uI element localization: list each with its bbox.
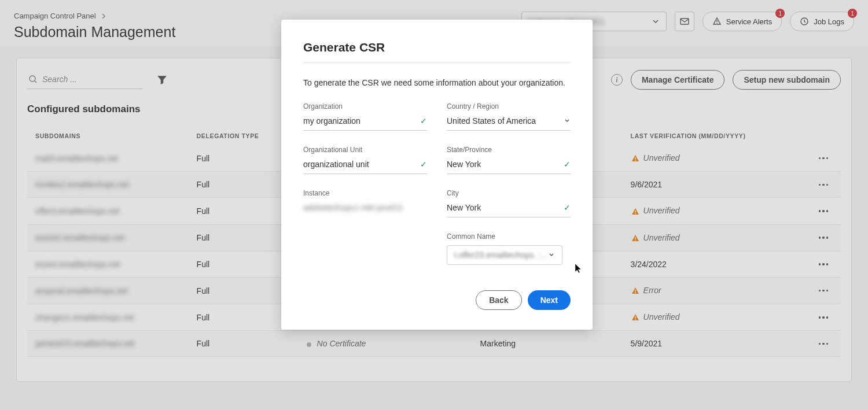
- check-icon: ✓: [564, 203, 571, 212]
- organization-label: Organization: [303, 102, 427, 110]
- common-name-field[interactable]: Common Name t.offer23.emailtechops. :...: [447, 232, 571, 265]
- organizational-unit-field[interactable]: Organizational Unit organizational unit✓: [303, 146, 427, 174]
- cursor-icon: [575, 263, 583, 276]
- instance-field[interactable]: Instance adobetechops1-mkt-prod13: [303, 189, 427, 217]
- instance-label: Instance: [303, 189, 427, 197]
- modal-actions: Back Next: [303, 290, 571, 310]
- check-icon: ✓: [420, 160, 427, 169]
- organization-field[interactable]: Organization my organization✓: [303, 102, 427, 131]
- generate-csr-modal: Generate CSR To generate the CSR we need…: [281, 20, 593, 330]
- country-value: United States of America: [447, 116, 536, 125]
- modal-description: To generate the CSR we need some informa…: [303, 78, 571, 87]
- city-field[interactable]: City New York✓: [447, 189, 571, 217]
- instance-value: adobetechops1-mkt-prod13: [303, 203, 402, 212]
- next-button[interactable]: Next: [528, 290, 571, 310]
- country-field[interactable]: Country / Region United States of Americ…: [447, 102, 571, 131]
- country-label: Country / Region: [447, 102, 571, 110]
- state-label: State/Province: [447, 146, 571, 154]
- back-button[interactable]: Back: [476, 290, 521, 310]
- organization-value: my organization: [303, 116, 361, 125]
- check-icon: ✓: [420, 116, 427, 125]
- state-field[interactable]: State/Province New York✓: [447, 146, 571, 174]
- form-grid: Organization my organization✓ Country / …: [303, 102, 571, 217]
- modal-title: Generate CSR: [303, 40, 571, 54]
- common-name-select[interactable]: t.offer23.emailtechops. :...: [447, 245, 562, 265]
- common-name-label: Common Name: [447, 232, 571, 241]
- state-value: New York: [447, 160, 481, 169]
- chevron-down-icon: [548, 252, 555, 258]
- city-label: City: [447, 189, 571, 197]
- common-name-value: t.offer23.emailtechops. :...: [454, 250, 547, 260]
- chevron-down-icon: [564, 117, 571, 124]
- ou-value: organizational unit: [303, 160, 369, 169]
- city-value: New York: [447, 203, 481, 212]
- divider: [303, 62, 571, 63]
- check-icon: ✓: [564, 160, 571, 169]
- ou-label: Organizational Unit: [303, 146, 427, 154]
